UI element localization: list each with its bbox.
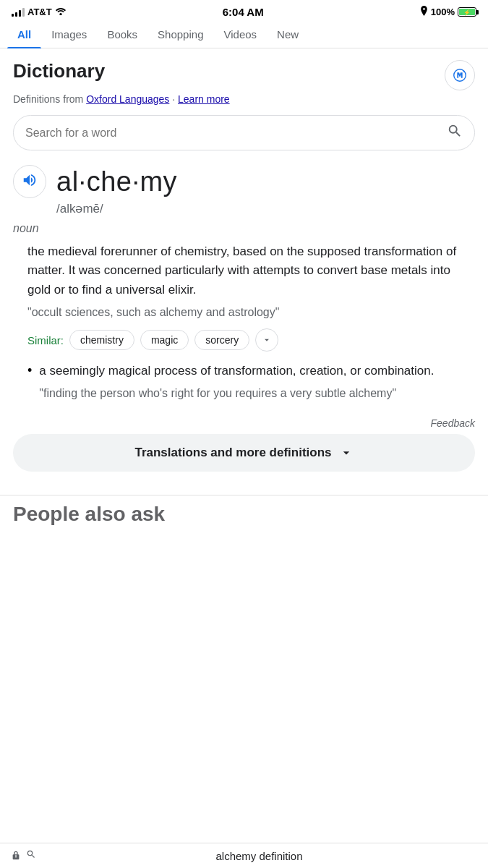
learn-more-link[interactable]: Learn more — [178, 93, 230, 105]
source-dot: · — [172, 93, 175, 105]
word-search-input[interactable] — [25, 127, 447, 140]
similar-row: Similar: chemistry magic sorcery — [27, 328, 475, 352]
status-left: AT&T — [12, 7, 67, 17]
lock-icon — [12, 850, 20, 862]
signal-bars — [12, 8, 25, 17]
word-header: al·che·my — [13, 165, 475, 198]
carrier-label: AT&T — [27, 7, 52, 17]
location-icon — [420, 6, 428, 18]
phonetic: /alkəmē/ — [56, 201, 475, 216]
tab-new[interactable]: New — [267, 21, 309, 48]
search-icon-address — [26, 849, 36, 862]
signal-bar-3 — [19, 10, 21, 17]
def-text-1: the medieval forerunner of chemistry, ba… — [27, 242, 475, 299]
bottom-section: People also ask — [0, 495, 488, 533]
tag-magic[interactable]: magic — [140, 330, 189, 350]
search-tabs: All Images Books Shopping Videos New — [0, 21, 488, 48]
definition-2-item: • a seemingly magical process of transfo… — [27, 362, 475, 409]
signal-bar-4 — [22, 8, 25, 17]
tab-books[interactable]: Books — [97, 21, 147, 48]
def-text-2: a seemingly magical process of transform… — [39, 362, 434, 380]
signal-bar-2 — [15, 12, 17, 17]
feedback-row: Feedback — [13, 417, 475, 430]
similar-label: Similar: — [27, 334, 64, 346]
bullet-icon: • — [27, 363, 32, 409]
ai-assist-button[interactable] — [445, 60, 475, 90]
part-of-speech: noun — [13, 222, 475, 235]
tab-images[interactable]: Images — [41, 21, 97, 48]
word-entry: al·che·my /alkəmē/ noun the medieval for… — [13, 165, 475, 472]
bottom-partial-text: People also ask — [13, 503, 475, 526]
tag-sorcery[interactable]: sorcery — [194, 330, 249, 350]
address-query[interactable]: alchemy definition — [42, 850, 476, 862]
definition-1: the medieval forerunner of chemistry, ba… — [27, 242, 475, 409]
tab-videos[interactable]: Videos — [213, 21, 267, 48]
wifi-icon — [55, 7, 67, 17]
time-display: 6:04 AM — [223, 6, 264, 18]
svg-point-0 — [59, 13, 61, 15]
dictionary-header: Dictionary — [13, 60, 475, 90]
def-example-2: "finding the person who's right for you … — [39, 385, 434, 402]
status-bar: AT&T 6:04 AM 100% ⚡ — [0, 0, 488, 21]
source-line: Definitions from Oxford Languages · Lear… — [13, 93, 475, 105]
tab-all[interactable]: All — [7, 21, 41, 48]
translations-button[interactable]: Translations and more definitions — [13, 434, 475, 472]
definition-2-content: a seemingly magical process of transform… — [39, 362, 434, 409]
status-right: 100% ⚡ — [420, 6, 476, 18]
translations-label: Translations and more definitions — [134, 446, 331, 460]
address-bar: alchemy definition — [0, 843, 488, 868]
def-example-1: "occult sciences, such as alchemy and as… — [27, 304, 475, 321]
feedback-link[interactable]: Feedback — [431, 417, 475, 429]
search-icon[interactable] — [447, 123, 463, 142]
oxford-languages-link[interactable]: Oxford Languages — [86, 93, 169, 105]
signal-bar-1 — [12, 14, 14, 17]
dictionary-title: Dictionary — [13, 60, 105, 82]
tab-shopping[interactable]: Shopping — [147, 21, 213, 48]
speaker-icon — [22, 172, 38, 192]
main-content: Dictionary Definitions from Oxford Langu… — [0, 48, 488, 495]
battery-indicator: ⚡ — [458, 7, 476, 17]
word-syllables: al·che·my — [56, 166, 177, 197]
definitions-from-text: Definitions from — [13, 93, 83, 105]
word-search-box — [13, 115, 475, 150]
speaker-button[interactable] — [13, 165, 46, 198]
battery-percent: 100% — [431, 7, 455, 17]
expand-similar-button[interactable] — [255, 328, 278, 352]
tag-chemistry[interactable]: chemistry — [69, 330, 134, 350]
